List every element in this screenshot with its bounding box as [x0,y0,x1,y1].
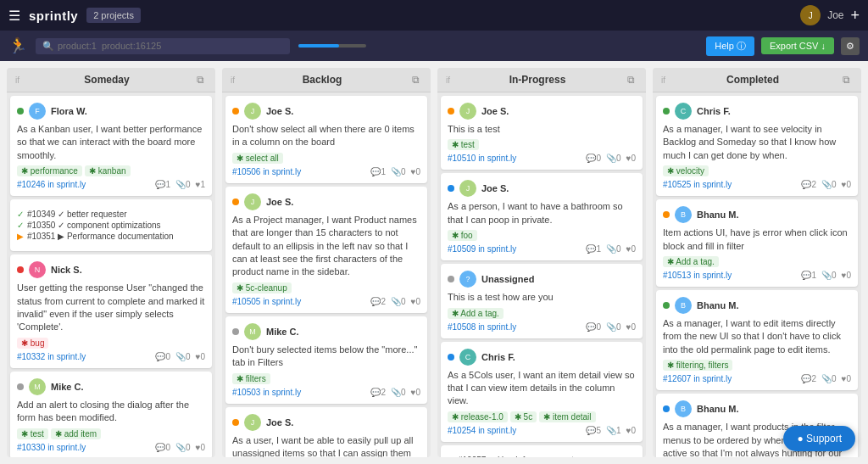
card-author: Joe S. [266,417,293,428]
tag[interactable]: ✱ foo [448,230,477,241]
card-link[interactable]: #10246 in sprint.ly [17,180,86,189]
priority-dot [232,198,239,205]
priority-dot [448,108,454,115]
card-title: Don't bury selected items below the "mor… [232,344,420,370]
avatar: N [29,261,46,278]
card-author: Bhanu M. [697,300,739,310]
card-footer: #12607 in sprint.ly 💬2 📎0 ♥0 [663,374,851,383]
card-title: Item actions UI, have js error when clic… [663,226,851,253]
card-link[interactable]: #12607 in sprint.ly [663,374,732,383]
tag[interactable]: ✱ Add a tag. [448,308,504,319]
support-button[interactable]: ● Support [783,426,855,451]
card-meta: 💬2 📎0 ♥0 [801,374,851,383]
avatar: C [675,103,692,120]
card-link[interactable]: #10332 in sprint.ly [17,352,86,361]
card-link[interactable]: #10254 in sprint.ly [448,426,516,435]
hamburger-icon[interactable]: ☰ [8,8,20,24]
export-button[interactable]: Export CSV ↓ [761,37,834,54]
column-copy-button[interactable]: ⧉ [625,73,637,87]
tag[interactable]: ✱ select all [232,153,283,164]
tag[interactable]: ✱ kanban [85,165,131,176]
table-row[interactable]: ✓#10349 ✓ better requester✓#10350 ✓ comp… [10,199,212,251]
card-link[interactable]: #10508 in sprint.ly [448,322,516,332]
progress-bar-container [298,44,366,48]
column-copy-button[interactable]: ⧉ [840,73,853,87]
table-row[interactable]: FFlora W. As a Kanban user, I want bette… [10,96,212,196]
column-backlog: if Backlog ⧉ JJoe S. Don't show select a… [222,68,431,457]
table-row[interactable]: ?Unassigned This is a test how are you ✱… [441,264,643,338]
card-tags: ✱ Add a tag. [663,256,851,267]
help-button[interactable]: Help ⓘ [706,36,754,56]
table-row[interactable]: MMike C. Add an alert to closing the dia… [10,372,212,457]
table-row[interactable]: NNick S. User getting the response User … [10,254,212,368]
projects-button[interactable]: 2 projects [86,8,141,23]
table-row[interactable]: BBhanu M. As a manager, I want to edit i… [656,290,858,390]
attachments-count: 📎0 [391,167,406,176]
column-label: In-Progress [450,74,625,86]
tag[interactable]: ✱ item detail [539,411,595,422]
column-label: Backlog [235,74,409,86]
list-item: ✓#10349 ✓ better requester [17,210,205,219]
tag[interactable]: ✱ add item [51,428,101,439]
card-meta: 💬0 📎0 ♥0 [155,352,205,361]
tag[interactable]: ✱ 5c [510,411,537,422]
tag[interactable]: ✱ bug [17,338,48,349]
table-row[interactable]: BBhanu M. Item actions UI, have js error… [656,199,858,287]
tag[interactable]: ✱ velocity [663,165,709,176]
card-author: Chris F. [697,106,731,116]
column-completed: if Completed ⧉ CChris F. As a manager, I… [653,68,861,457]
search-input[interactable] [58,41,283,51]
tag[interactable]: ✱ 5c-cleanup [232,282,292,293]
tag[interactable]: ✱ test [448,139,479,150]
card-link[interactable]: #10510 in sprint.ly [448,154,516,163]
column-copy-button[interactable]: ⧉ [409,73,422,87]
table-row[interactable]: JJoe S. As a user, I want be able to eas… [225,407,427,457]
avatar: M [29,378,46,395]
tag[interactable]: ✱ Add a tag. [663,256,719,267]
tag[interactable]: ✱ release-1.0 [448,411,508,422]
column-actions: ⧉ [409,73,422,87]
likes-count: ♥0 [196,443,206,452]
attachments-count: 📎0 [606,154,621,163]
likes-count: ♥0 [411,297,421,306]
card-author: Joe S. [266,197,293,207]
card-link[interactable]: #10506 in sprint.ly [232,167,301,176]
tag[interactable]: ✱ test [17,428,48,439]
priority-dot [448,185,454,192]
comments-count: 💬1 [155,180,170,189]
tag[interactable]: ✱ filtering, filters [663,360,732,371]
card-title: As a 5Cols user, I want an item detail v… [448,369,636,408]
avatar: J [244,414,261,431]
card-title: This is a test how are you [448,291,636,304]
table-row[interactable]: JJoe S. As a Project manager, I want Pro… [225,187,427,313]
table-row[interactable]: JJoe S. This is a test ✱ test #10510 in … [441,96,643,170]
card-meta: 💬0 📎0 ♥0 [586,322,636,332]
table-row[interactable]: JJoe S. Don't show select all when there… [225,96,427,183]
card-link[interactable]: #10513 in sprint.ly [663,271,732,280]
avatar: ? [459,271,476,288]
card-link[interactable]: #10503 in sprint.ly [232,388,301,397]
table-row[interactable]: MMike C. Don't bury selected items below… [225,316,427,404]
attachments-count: 📎0 [391,388,406,397]
tag[interactable]: ✱ performance [17,165,82,176]
table-row[interactable]: CChris F. As a 5Cols user, I want an ite… [441,342,643,442]
tag[interactable]: ✱ filters [232,373,270,384]
table-row[interactable]: CChris F. As a manager, I want to see ve… [656,96,858,196]
card-link[interactable]: #10525 in sprint.ly [663,180,732,189]
table-row[interactable]: ✓#10257 ✓ UserInfo component✓#10258 ✓ Ca… [441,445,643,457]
add-icon[interactable]: + [850,7,860,25]
card-header: MMike C. [17,378,205,395]
search-icon: 🔍 [42,41,54,52]
settings-button[interactable]: ⚙ [841,37,860,55]
column-copy-button[interactable]: ⧉ [194,73,207,87]
search-box[interactable]: 🔍 [36,38,290,54]
card-header: CChris F. [448,349,636,366]
folder-icon: ▶ [17,232,24,241]
card-link[interactable]: #10509 in sprint.ly [448,244,516,254]
card-footer: #10513 in sprint.ly 💬1 📎0 ♥0 [663,271,851,280]
card-link[interactable]: #10330 in sprint.ly [17,443,86,452]
card-link[interactable]: #10505 in sprint.ly [232,297,301,306]
comments-count: 💬1 [586,244,601,254]
table-row[interactable]: JJoe S. As a person, I want to have a ba… [441,173,643,260]
board: if Someday ⧉ FFlora W. As a Kanban user,… [0,61,868,464]
